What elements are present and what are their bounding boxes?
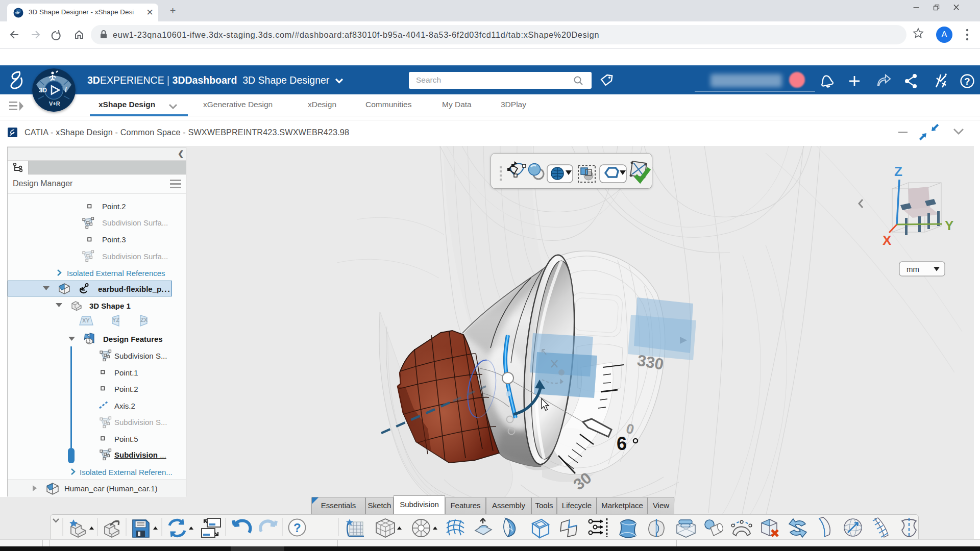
svg-text:?: ? [293, 521, 301, 535]
svg-text:V+R: V+R [49, 101, 60, 107]
svg-text:Y: Y [945, 218, 953, 233]
svg-text:3D: 3D [39, 87, 47, 94]
svg-text:3D: 3D [15, 12, 18, 15]
svg-text:6: 6 [617, 433, 627, 454]
svg-text:ZX: ZX [140, 317, 148, 323]
svg-text:?: ? [964, 76, 970, 87]
svg-text:i: i [65, 86, 67, 93]
svg-text:XY: XY [82, 317, 90, 323]
svg-text:X: X [883, 233, 892, 248]
svg-text:YZ: YZ [112, 317, 119, 323]
svg-text:Z: Z [894, 164, 902, 179]
svg-text:mm: mm [906, 265, 919, 273]
